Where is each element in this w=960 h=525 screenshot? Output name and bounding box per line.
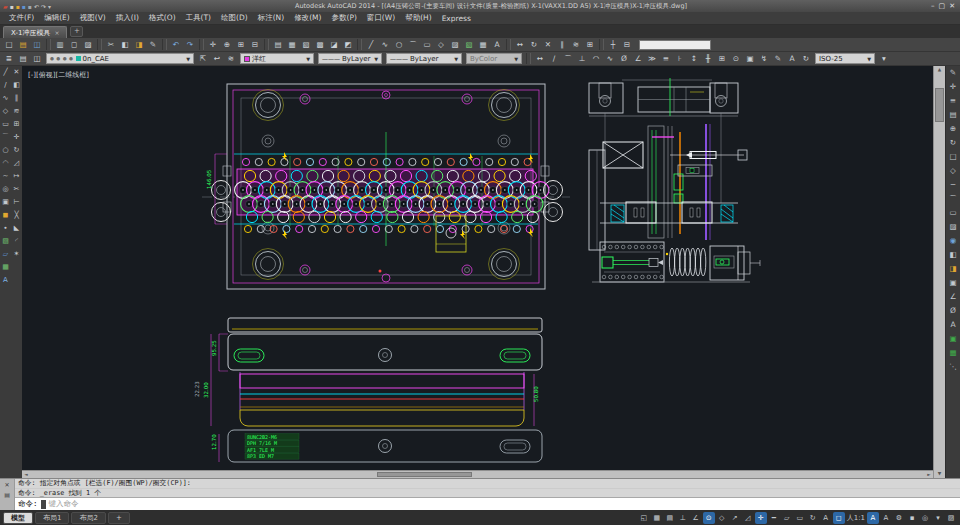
dim-radius-icon[interactable]: ◠ [589,53,603,65]
match-properties-icon[interactable]: ✎ [146,39,160,51]
vertical-scroll-thumb[interactable] [935,88,944,122]
dim-text-edit-icon[interactable]: A [785,53,799,65]
scroll-up-icon[interactable]: ▲ [934,66,945,74]
infer-constraints-icon[interactable]: ◱ [638,512,650,524]
qat-save-icon[interactable]: ▪ [22,2,26,11]
dim-linear-icon[interactable]: ↔ [533,53,547,65]
angle-tool-icon[interactable]: ∠ [946,290,960,304]
modify-array-icon[interactable]: ⊞ [11,118,22,131]
array-icon[interactable]: ⊞ [583,39,597,51]
modify-explode-icon[interactable]: ✶ [11,248,22,261]
annotation-visibility-icon[interactable]: A [867,512,879,524]
layer-tool-icon[interactable]: ▤ [946,108,960,122]
object-snap-icon[interactable]: ⊙ [703,512,715,524]
close-icon[interactable]: ✕ [949,2,955,10]
draw-arc-icon[interactable]: ⌒ [0,131,11,144]
qat-dropdown-icon[interactable]: ▾ [48,2,51,11]
app-button-icon[interactable]: ▰ [3,2,8,11]
item-修改(M)[interactable]: 修改(M) [289,13,326,23]
dim-jogged-icon[interactable]: ∿ [603,53,617,65]
grid-display-icon[interactable]: ▤ [664,512,676,524]
dim-edit-icon[interactable]: ✎ [771,53,785,65]
dim-ordinate-icon[interactable]: ⊥ [575,53,589,65]
item-参数(P)[interactable]: 参数(P) [326,13,361,23]
dim-quick-icon[interactable]: ≫ [645,53,659,65]
dim-continue-icon[interactable]: ⊦ [673,53,687,65]
modify-move-icon[interactable]: ✛ [11,131,22,144]
drawing-canvas[interactable]: [-][俯视][二维线框] [22,66,933,478]
target-tool-icon[interactable]: ◉ [946,234,960,248]
polygon-icon[interactable]: ◇ [434,39,448,51]
ortho-mode-icon[interactable]: ⊥ [677,512,689,524]
move-icon[interactable]: ↔ [513,39,527,51]
qat-undo-icon[interactable]: ↶ [34,2,39,11]
undo-icon[interactable]: ↶ [169,39,183,51]
tab-model[interactable]: 模型 [3,512,33,524]
modify-break-icon[interactable]: ╳ [11,209,22,222]
tab-layout1[interactable]: 布局1 [35,512,69,524]
rect-tool-icon[interactable]: □ [946,150,960,164]
modify-offset-icon[interactable]: ≋ [11,105,22,118]
annotation-scale[interactable]: 人1:1 [846,512,866,524]
dim-inspect-icon[interactable]: ▣ [743,53,757,65]
3d-object-snap-icon[interactable]: ◇ [716,512,728,524]
block-tool-icon[interactable]: ▣ [946,276,960,290]
draw-point-icon[interactable]: ∙ [0,222,11,235]
diamond-tool-icon[interactable]: ◇ [946,164,960,178]
offset-icon[interactable]: ≋ [569,39,583,51]
quickcalc-icon[interactable]: ⊟ [620,39,634,51]
draw-ellipse-icon[interactable]: ◎ [0,183,11,196]
rotate-tool-icon[interactable]: ↻ [946,136,960,150]
publish-icon[interactable]: ▨ [81,39,95,51]
draw-polyline-icon[interactable]: ∿ [0,92,11,105]
annotation-monitor-icon[interactable]: A [820,512,832,524]
auto-annotation-scale-icon[interactable]: A [880,512,892,524]
table-icon[interactable]: ▦ [476,39,490,51]
dim-diameter-icon[interactable]: Ø [617,53,631,65]
snap-mode-icon[interactable]: ▦ [651,512,663,524]
isolate-objects-icon[interactable]: ◎ [919,512,931,524]
line-tool-icon[interactable]: ─ [946,178,960,192]
modify-copy-icon[interactable]: ◧ [11,79,22,92]
dim-space-icon[interactable]: ↕ [687,53,701,65]
tab-layout2[interactable]: 布局2 [71,512,105,524]
layer-isolate-icon[interactable]: ◫ [30,53,44,65]
make-block-icon[interactable]: ◼ [0,209,11,222]
qat-redo-icon[interactable]: ↷ [41,2,46,11]
modify-stretch-icon[interactable]: ↦ [11,170,22,183]
dynamic-input-icon[interactable]: ✛ [755,512,767,524]
layer-properties-manager-icon[interactable]: ≣ [2,53,16,65]
scroll-left-icon[interactable]: ◄ [22,471,30,478]
dimension-style-manager-icon[interactable]: ▾ [877,53,891,65]
transparency-icon[interactable]: ▱ [781,512,793,524]
zoom-realtime-icon[interactable]: ⊕ [220,39,234,51]
layer-previous-icon[interactable]: ↩ [210,53,224,65]
pan-icon[interactable]: ✛ [206,39,220,51]
dimension-style-select[interactable]: ISO-25 ▼ [815,53,875,64]
dim-angular-icon[interactable]: ∠ [631,53,645,65]
copy-clip-icon[interactable]: ◧ [118,39,132,51]
modify-mirror-icon[interactable]: ∥ [11,92,22,105]
text-icon[interactable]: A [490,39,504,51]
modify-trim-icon[interactable]: ✂ [11,183,22,196]
selection-cycling-icon[interactable]: ↻ [807,512,819,524]
markup-set-icon[interactable]: ◪ [327,39,341,51]
dim-tolerance-icon[interactable]: ⊞ [715,53,729,65]
dim-break-icon[interactable]: ╫ [701,53,715,65]
clean-screen-icon[interactable]: ▨ [945,512,957,524]
redo-icon[interactable]: ↷ [183,39,197,51]
lineweight-display-icon[interactable]: ━ [768,512,780,524]
more-tools-icon[interactable]: ⋱ [946,360,960,374]
toolbar-lock-icon[interactable]: ▪ [906,512,918,524]
save-icon[interactable]: ◫ [30,39,44,51]
half-left-tool-icon[interactable]: ◧ [946,248,960,262]
arc-icon[interactable]: ⌒ [406,39,420,51]
draw-line-icon[interactable]: ╱ [0,66,11,79]
half-right-tool-icon[interactable]: ◨ [946,262,960,276]
modify-extend-icon[interactable]: ⊢ [11,196,22,209]
draw-hatch-icon[interactable]: ▨ [0,235,11,248]
item-文件(F)[interactable]: 文件(F) [4,13,39,23]
item-绘图(D)[interactable]: 绘图(D) [216,13,253,23]
gradient-icon[interactable]: ▧ [462,39,476,51]
layer-states-icon[interactable]: ▤ [16,53,30,65]
